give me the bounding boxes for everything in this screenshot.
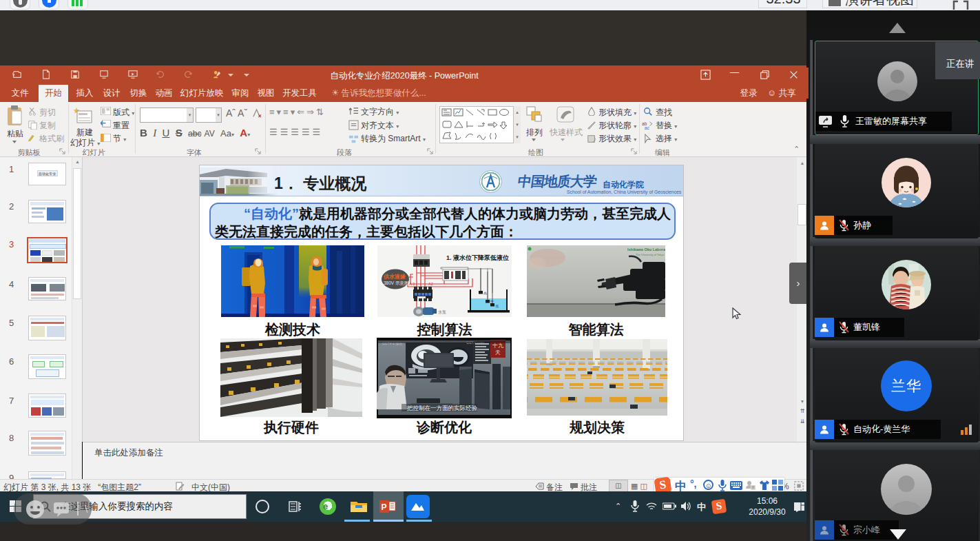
- svg-text:The University of Tokyo: The University of Tokyo: [636, 253, 665, 256]
- svg-text:十九: 十九: [492, 343, 504, 349]
- svg-text:供水速缘: 供水速缘: [383, 274, 406, 280]
- svg-text:把控制在一方面的实际经验: 把控制在一方面的实际经验: [406, 405, 478, 411]
- svg-text:高: 高: [483, 291, 487, 295]
- svg-text:水泵: 水泵: [438, 310, 446, 314]
- svg-text:中: 中: [490, 299, 494, 303]
- svg-text:Ishikawa Oku Laboratory: Ishikawa Oku Laboratory: [627, 247, 665, 252]
- svg-text:380V 示意图: 380V 示意图: [384, 280, 409, 285]
- svg-text:A2: A2: [428, 282, 433, 286]
- svg-text:天: 天: [495, 349, 501, 356]
- svg-text:1. 液水位下降泵低液位: 1. 液水位下降泵低液位: [446, 254, 509, 261]
- svg-text:低: 低: [495, 304, 499, 308]
- svg-text:P: P: [382, 502, 387, 512]
- svg-text:ac: ac: [645, 125, 650, 130]
- svg-text:A-1: A-1: [409, 282, 415, 286]
